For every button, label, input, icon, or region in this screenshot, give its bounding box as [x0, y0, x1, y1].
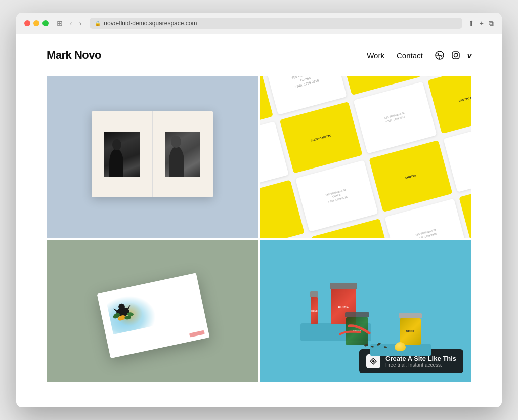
browser-actions: ⬆ + ⧉: [468, 19, 494, 28]
browser-chrome: ⊞ ‹ › 🔒 novo-fluid-demo.squarespace.com …: [16, 13, 502, 34]
squarespace-banner-subtitle: Free trial. Instant access.: [385, 362, 456, 368]
jar-yellow: BRINE: [400, 318, 421, 345]
svg-point-11: [371, 346, 374, 348]
lemon: [395, 342, 406, 351]
site-header: Mark Novo Work Contact: [16, 34, 502, 76]
address-bar[interactable]: 🔒 novo-fluid-demo.squarespace.com: [90, 18, 462, 29]
url-text: novo-fluid-demo.squarespace.com: [104, 20, 197, 27]
squarespace-logo: [366, 354, 380, 368]
site-logo[interactable]: Mark Novo: [47, 49, 101, 62]
browser-window: ⊞ ‹ › 🔒 novo-fluid-demo.squarespace.com …: [16, 13, 502, 407]
nav-contact[interactable]: Contact: [397, 51, 423, 60]
forward-button[interactable]: ›: [77, 18, 84, 28]
portfolio-item-illustrated-book[interactable]: [47, 240, 258, 382]
nav-icons: v: [435, 51, 471, 60]
portfolio-item-cards[interactable]: 555 Wellington StCombo+ BEL 1299 0918 CH…: [260, 76, 471, 238]
illustrated-book: [97, 273, 210, 358]
svg-point-12: [377, 342, 381, 346]
open-book: [92, 111, 213, 197]
browser-controls: ⊞ ‹ ›: [55, 18, 83, 28]
biz-card: CHOTTO: [369, 140, 452, 212]
portfolio-item-jars[interactable]: BRINE BRINE: [260, 240, 471, 382]
svg-point-2: [454, 54, 457, 57]
book-photo-left: [104, 132, 140, 177]
vimeo-icon[interactable]: v: [467, 51, 471, 60]
book-left-page: [92, 111, 153, 197]
book-photo-right: [165, 132, 200, 177]
book-display: [92, 111, 213, 202]
back-button[interactable]: ‹: [68, 18, 74, 28]
site-nav: Work Contact: [367, 51, 471, 60]
illustrated-book-scene: [102, 240, 203, 382]
svg-point-10: [364, 344, 369, 347]
seeds: [361, 339, 392, 351]
jar-red: BRINE: [311, 297, 318, 324]
svg-point-3: [457, 53, 458, 54]
biz-card: 555 Wellington StCombo+ BEL 1299 0918: [295, 160, 378, 232]
portfolio-item-book[interactable]: [47, 76, 258, 238]
biz-card: 555 Wellington St+ BEL 1299 0918: [353, 82, 437, 154]
biz-card: CHOTTO MOTTO: [279, 102, 363, 174]
squarespace-text: Create A Site Like This Free trial. Inst…: [385, 355, 456, 368]
fullscreen-button[interactable]: [42, 20, 49, 26]
svg-rect-1: [452, 52, 459, 59]
lock-icon: 🔒: [95, 21, 101, 26]
book-right-page: [153, 111, 213, 197]
traffic-lights: [24, 20, 49, 26]
close-button[interactable]: [24, 20, 30, 26]
minimize-button[interactable]: [33, 20, 39, 26]
portfolio-grid: 555 Wellington StCombo+ BEL 1299 0918 CH…: [16, 76, 502, 402]
nav-work[interactable]: Work: [367, 51, 384, 60]
new-tab-icon[interactable]: +: [480, 19, 484, 28]
page-content: Mark Novo Work Contact: [16, 34, 502, 407]
cards-container: 555 Wellington StCombo+ BEL 1299 0918 CH…: [260, 76, 471, 238]
sidebar-toggle-icon[interactable]: ⊞: [55, 18, 65, 28]
tabs-icon[interactable]: ⧉: [489, 19, 494, 28]
dribbble-icon[interactable]: [435, 51, 444, 60]
svg-point-13: [384, 346, 387, 348]
instagram-icon[interactable]: [451, 51, 460, 60]
share-icon[interactable]: ⬆: [468, 19, 474, 28]
